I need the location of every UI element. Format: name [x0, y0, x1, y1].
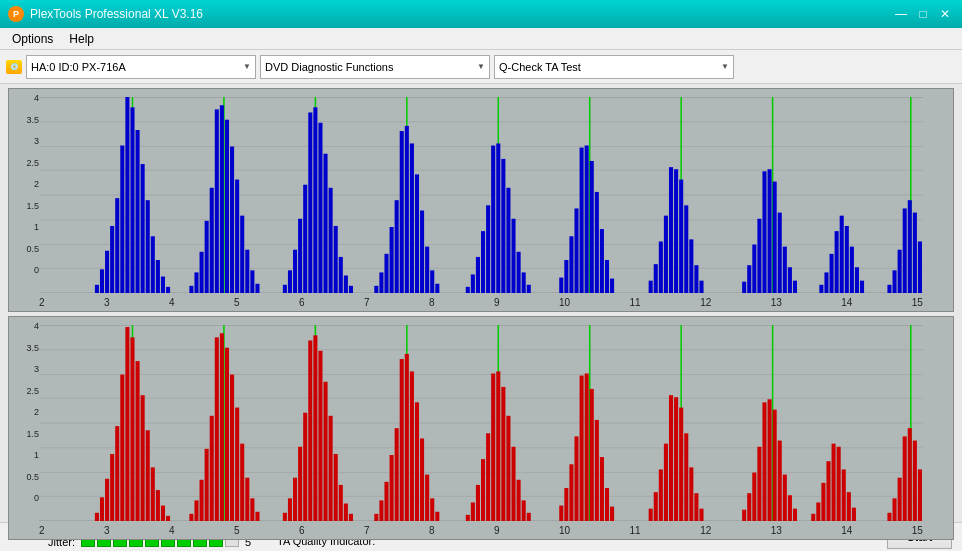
svg-rect-33: [225, 120, 229, 293]
svg-rect-177: [283, 513, 287, 521]
svg-rect-195: [390, 455, 394, 521]
menu-help[interactable]: Help: [61, 30, 102, 48]
svg-rect-238: [679, 408, 683, 522]
svg-rect-67: [430, 270, 434, 293]
svg-rect-209: [481, 459, 485, 521]
svg-rect-266: [893, 498, 897, 521]
svg-rect-26: [189, 286, 193, 293]
function-dropdown-arrow: ▼: [477, 62, 485, 71]
svg-rect-198: [405, 354, 409, 521]
svg-rect-150: [115, 426, 119, 521]
svg-rect-120: [824, 272, 828, 293]
svg-rect-97: [654, 264, 658, 293]
svg-rect-174: [250, 498, 254, 521]
chart-top-x-axis: 2 3 4 5 6 7 8 9 10 11 12 13 14 15: [9, 293, 953, 311]
test-dropdown[interactable]: Q-Check TA Test ▼: [494, 55, 734, 79]
svg-rect-225: [585, 374, 589, 522]
maximize-button[interactable]: □: [914, 6, 932, 22]
svg-rect-250: [773, 410, 777, 521]
svg-rect-155: [141, 395, 145, 521]
chart-bottom-x-axis: 2 3 4 5 6 7 8 9 10 11 12 13 14 15: [9, 521, 953, 539]
svg-rect-121: [830, 254, 834, 293]
svg-rect-169: [225, 348, 229, 521]
svg-rect-75: [491, 145, 495, 293]
svg-rect-240: [689, 467, 693, 521]
svg-rect-241: [694, 493, 698, 521]
svg-rect-11: [100, 269, 104, 293]
svg-rect-68: [435, 284, 439, 293]
svg-rect-154: [136, 361, 140, 521]
svg-rect-202: [425, 475, 429, 521]
svg-rect-87: [574, 208, 578, 293]
svg-rect-213: [501, 387, 505, 521]
svg-rect-82: [527, 285, 531, 293]
svg-rect-153: [130, 337, 134, 521]
svg-rect-17: [130, 107, 134, 293]
svg-rect-66: [425, 247, 429, 293]
svg-rect-217: [522, 500, 526, 521]
svg-rect-115: [778, 213, 782, 293]
svg-rect-223: [574, 436, 578, 521]
svg-rect-146: [95, 513, 99, 521]
svg-rect-166: [210, 416, 214, 521]
minimize-button[interactable]: —: [892, 6, 910, 22]
svg-rect-210: [486, 433, 490, 521]
svg-rect-99: [664, 216, 668, 293]
svg-rect-222: [569, 464, 573, 521]
function-dropdown[interactable]: DVD Diagnostic Functions ▼: [260, 55, 490, 79]
svg-rect-271: [918, 470, 922, 522]
svg-rect-158: [156, 490, 160, 521]
svg-rect-71: [471, 274, 475, 293]
svg-rect-255: [811, 514, 815, 521]
svg-rect-234: [659, 470, 663, 522]
svg-rect-259: [832, 444, 836, 521]
svg-rect-167: [215, 337, 219, 521]
svg-rect-37: [245, 250, 249, 293]
svg-rect-203: [430, 498, 434, 521]
svg-rect-53: [344, 276, 348, 294]
svg-rect-127: [860, 281, 864, 293]
svg-rect-175: [255, 512, 259, 521]
svg-rect-13: [110, 226, 114, 293]
svg-rect-193: [379, 500, 383, 521]
svg-rect-212: [496, 371, 500, 521]
svg-rect-79: [511, 219, 515, 293]
svg-rect-78: [506, 188, 510, 293]
chart-top: 4 3.5 3 2.5 2 1.5 1 0.5 0: [8, 88, 954, 312]
svg-rect-180: [298, 447, 302, 521]
svg-rect-105: [694, 265, 698, 293]
svg-rect-35: [235, 180, 239, 294]
svg-rect-152: [125, 327, 129, 521]
svg-rect-104: [689, 239, 693, 293]
svg-rect-220: [559, 506, 563, 521]
svg-rect-179: [293, 478, 297, 521]
svg-rect-92: [600, 229, 604, 293]
svg-rect-58: [384, 254, 388, 293]
svg-rect-29: [205, 221, 209, 293]
drive-dropdown[interactable]: HA:0 ID:0 PX-716A ▼: [26, 55, 256, 79]
svg-rect-44: [298, 219, 302, 293]
svg-rect-129: [887, 285, 891, 293]
svg-rect-125: [850, 247, 854, 293]
svg-rect-49: [324, 154, 328, 293]
svg-rect-103: [684, 205, 688, 293]
svg-rect-181: [303, 413, 307, 521]
svg-rect-132: [903, 208, 907, 293]
svg-rect-251: [778, 441, 782, 521]
svg-rect-89: [585, 145, 589, 293]
svg-rect-201: [420, 439, 424, 522]
svg-rect-173: [245, 478, 249, 521]
svg-rect-114: [773, 182, 777, 293]
window-title: PlexTools Professional XL V3.16: [30, 7, 203, 21]
svg-rect-182: [308, 341, 312, 522]
svg-rect-100: [669, 167, 673, 293]
svg-rect-159: [161, 506, 165, 521]
close-button[interactable]: ✕: [936, 6, 954, 22]
svg-rect-20: [146, 200, 150, 293]
svg-rect-194: [384, 482, 388, 521]
svg-rect-208: [476, 485, 480, 521]
menu-bar: Options Help: [0, 28, 962, 50]
svg-rect-171: [235, 408, 239, 522]
svg-rect-156: [146, 430, 150, 521]
menu-options[interactable]: Options: [4, 30, 61, 48]
